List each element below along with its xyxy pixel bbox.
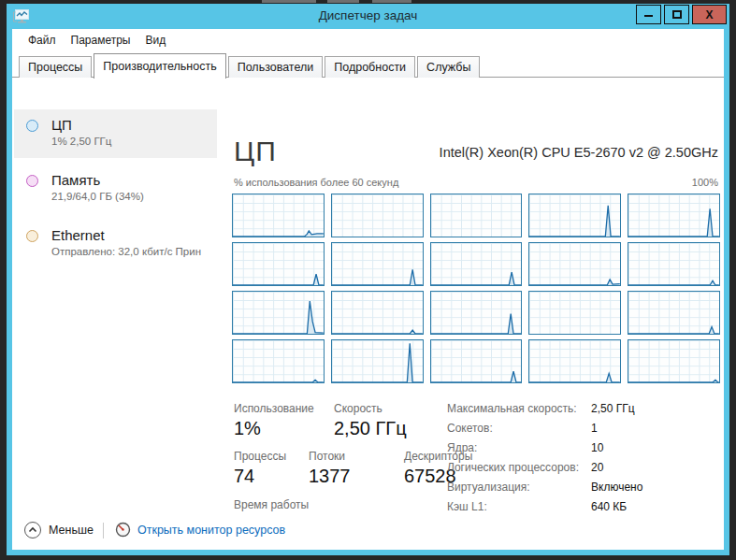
memory-graph-icon: [26, 175, 38, 187]
cpu-core-graph: [528, 339, 621, 383]
footer-separator: [103, 523, 104, 538]
detail-label: Ядра:: [447, 441, 591, 454]
resource-monitor-gauge-icon: [115, 522, 131, 538]
cpu-core-graph: [430, 242, 523, 286]
detail-label: Максимальная скорость:: [447, 402, 591, 415]
cpu-graph-grid: [232, 194, 720, 383]
menu-file[interactable]: Файл: [21, 31, 64, 50]
resource-monitor-label: Открыть монитор ресурсов: [137, 524, 285, 537]
desktop: { "window": { "title": "Диспетчер задач"…: [0, 0, 736, 560]
speed-label: Скорость: [334, 402, 382, 415]
cpu-core-graph: [528, 242, 621, 286]
open-resource-monitor-link[interactable]: Открыть монитор ресурсов: [115, 522, 285, 538]
detail-value: Включено: [591, 481, 642, 494]
threads-label: Потоки: [309, 450, 345, 463]
cpu-core-graph: [430, 291, 523, 335]
sidebar-ethernet-title: Ethernet: [51, 226, 211, 244]
window-title: Диспетчер задач: [7, 8, 729, 22]
detail-row: Максимальная скорость:2,50 ГГц: [447, 402, 720, 422]
cpu-core-graph: [528, 194, 621, 237]
usage-value: 1%: [234, 418, 261, 439]
detail-value: 2,50 ГГц: [591, 402, 635, 415]
window-content: Файл Параметры Вид Процессы Производител…: [12, 29, 724, 550]
sidebar-memory-title: Память: [51, 171, 211, 189]
tab-services[interactable]: Службы: [417, 56, 480, 78]
sidebar-memory-subtitle: 21,9/64,0 ГБ (34%): [51, 189, 211, 204]
cpu-core-graph: [331, 339, 424, 383]
usage-label: Использование: [234, 402, 314, 415]
menu-view[interactable]: Вид: [137, 31, 173, 50]
cpu-core-graph: [232, 339, 325, 383]
sidebar-cpu-title: ЦП: [51, 116, 211, 134]
sidebar-item-cpu[interactable]: ЦП 1% 2,50 ГГц: [14, 109, 217, 158]
ethernet-graph-icon: [26, 230, 38, 242]
tab-performance[interactable]: Производительность: [94, 53, 225, 79]
detail-row: Ядра:10: [447, 441, 720, 461]
sidebar-item-memory[interactable]: Память 21,9/64,0 ГБ (34%): [14, 165, 217, 213]
detail-value: 20: [591, 461, 603, 474]
maximize-icon: [672, 10, 682, 19]
detail-label: Логических процессоров:: [447, 461, 591, 474]
cpu-core-graph: [232, 242, 325, 286]
cpu-core-graph: [628, 339, 720, 383]
tab-strip: Процессы Производительность Пользователи…: [12, 52, 724, 78]
detail-label: Сокетов:: [447, 422, 591, 435]
detail-label: Кэш L1:: [447, 500, 591, 513]
performance-sidebar: ЦП 1% 2,50 ГГц Память 21,9/64,0 ГБ (34%)…: [14, 109, 217, 275]
fewer-details-label: Меньше: [49, 524, 94, 537]
uptime-label: Время работы: [234, 498, 309, 511]
cpu-core-graph: [430, 339, 523, 383]
chevron-up-icon: [24, 522, 41, 538]
cpu-core-graph: [232, 194, 325, 237]
cpu-core-graph: [628, 291, 720, 335]
cpu-panel: ЦП Intel(R) Xeon(R) CPU E5-2670 v2 @ 2.5…: [232, 136, 720, 550]
cpu-core-graph: [232, 291, 325, 335]
minimize-icon: [644, 15, 653, 17]
minimize-button[interactable]: [636, 5, 661, 24]
processes-label: Процессы: [234, 450, 286, 463]
detail-label: Виртуализация:: [447, 481, 591, 494]
task-manager-window: Диспетчер задач X Файл Параметры Вид Про…: [7, 4, 729, 555]
cpu-core-graph: [331, 291, 424, 335]
cpu-core-graph: [331, 242, 424, 286]
sidebar-item-ethernet[interactable]: Ethernet Отправлено: 32,0 кбит/с Прин: [14, 220, 217, 268]
maximize-button[interactable]: [664, 5, 689, 24]
speed-value: 2,50 ГГц: [334, 418, 407, 439]
menu-bar: Файл Параметры Вид: [12, 29, 724, 50]
title-bar[interactable]: Диспетчер задач X: [7, 4, 729, 29]
detail-row: Сокетов:1: [447, 422, 720, 441]
cpu-model: Intel(R) Xeon(R) CPU E5-2670 v2 @ 2.50GH…: [440, 145, 718, 160]
performance-pane: ЦП 1% 2,50 ГГц Память 21,9/64,0 ГБ (34%)…: [12, 78, 724, 514]
threads-value: 1377: [309, 466, 351, 487]
tab-processes[interactable]: Процессы: [19, 56, 92, 78]
sidebar-cpu-subtitle: 1% 2,50 ГГц: [51, 134, 211, 149]
detail-value: 640 КБ: [591, 500, 627, 513]
detail-row: Логических процессоров:20: [447, 461, 720, 481]
tab-users[interactable]: Пользователи: [228, 56, 324, 78]
menu-options[interactable]: Параметры: [64, 31, 138, 50]
detail-row: Виртуализация:Включено: [447, 481, 720, 500]
cpu-graph-icon: [26, 120, 38, 132]
page-title: ЦП: [234, 136, 277, 167]
close-icon: X: [693, 8, 726, 22]
detail-value: 10: [591, 441, 603, 454]
sidebar-ethernet-subtitle: Отправлено: 32,0 кбит/с Прин: [51, 244, 211, 259]
scale-max: 100%: [692, 177, 718, 188]
scale-caption: % использования более 60 секунд: [234, 177, 398, 188]
cpu-core-graph: [331, 194, 424, 237]
processes-value: 74: [234, 466, 254, 487]
close-button[interactable]: X: [692, 5, 727, 24]
footer-bar: Меньше Открыть монитор ресурсов: [12, 514, 724, 550]
fewer-details-button[interactable]: Меньше: [24, 522, 94, 538]
cpu-core-graph: [628, 242, 720, 286]
cpu-core-graph: [430, 194, 523, 237]
detail-value: 1: [591, 422, 598, 435]
tab-details[interactable]: Подробности: [325, 56, 415, 78]
cpu-core-graph: [528, 291, 621, 335]
cpu-core-graph: [628, 194, 720, 237]
